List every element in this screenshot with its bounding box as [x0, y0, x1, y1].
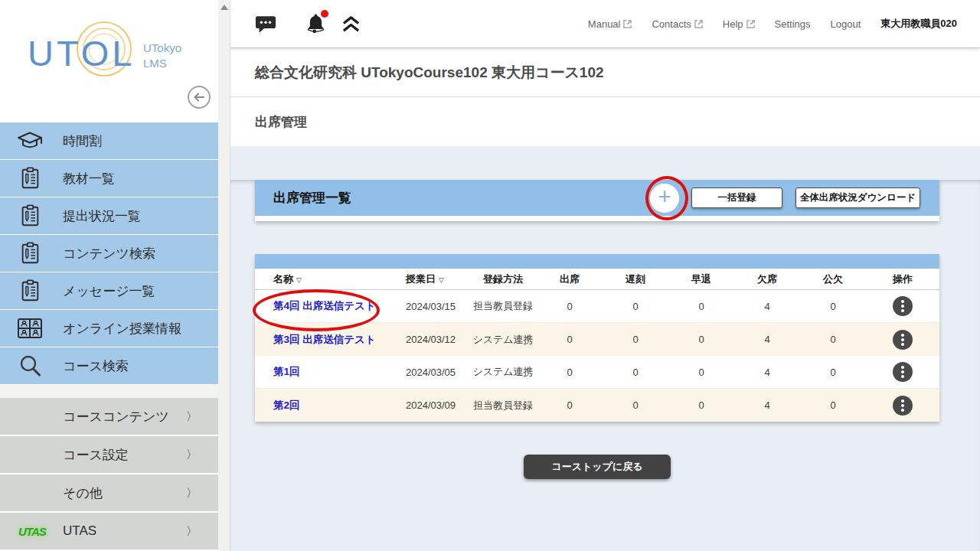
sidebar-section-course-settings[interactable]: コース設定 〉 [0, 436, 218, 473]
attendance-panel-titlebar: 出席管理一覧 + 一括登録 全体出席状況ダウンロード [255, 180, 939, 216]
panel-title: 出席管理一覧 [273, 189, 650, 207]
clipboard-icon [17, 167, 43, 190]
manual-link[interactable]: Manual [588, 18, 632, 30]
cell-present: 0 [537, 399, 603, 411]
page-title: 出席管理 [255, 113, 307, 131]
logo-area: UTOL UTokyo LMS [0, 0, 218, 122]
column-header-name[interactable]: 名称▽ [255, 272, 387, 286]
attendance-item-link[interactable]: 第1回 [273, 366, 300, 377]
sidebar-section-label: その他 [63, 484, 103, 502]
cell-early-leave: 0 [668, 301, 734, 312]
sort-icon[interactable]: ▽ [296, 276, 302, 284]
cell-date: 2024/03/05 [387, 367, 469, 378]
clipboard-icon [17, 279, 43, 302]
utas-logo-icon: UTAS [18, 525, 46, 538]
cell-date: 2024/03/15 [387, 301, 469, 312]
course-title: 総合文化研究科 UTokyoCourse102 東大用コース102 [255, 63, 604, 83]
attendance-item-link[interactable]: 第2回 [273, 399, 300, 411]
external-link-icon [694, 20, 703, 28]
cell-late: 0 [603, 367, 668, 378]
cell-late: 0 [603, 399, 668, 411]
sidebar-item-submission-status[interactable]: 提出状況一覧 [0, 197, 218, 234]
cell-absent: 4 [734, 334, 800, 345]
bulk-register-button[interactable]: 一括登録 [691, 187, 782, 208]
chevron-right-icon: 〉 [186, 524, 198, 539]
cell-absent: 4 [734, 367, 800, 378]
cell-date: 2024/03/09 [387, 399, 469, 411]
cell-present: 0 [537, 301, 603, 312]
row-actions-kebab-button[interactable] [893, 330, 913, 350]
column-header-method: 登録方法 [469, 272, 537, 286]
external-link-icon [746, 20, 755, 28]
sidebar-section-course-contents[interactable]: コースコンテンツ 〉 [0, 398, 218, 435]
search-icon [17, 354, 43, 377]
cell-excused: 0 [800, 301, 866, 312]
download-attendance-button[interactable]: 全体出席状況ダウンロード [795, 187, 920, 208]
cell-absent: 4 [734, 399, 800, 411]
row-actions-kebab-button[interactable] [893, 396, 913, 416]
sidebar-item-content-search[interactable]: コンテンツ検索 [0, 235, 218, 272]
help-link[interactable]: Help [723, 18, 755, 30]
cell-absent: 4 [734, 301, 800, 312]
attendance-item-link[interactable]: 第3回 出席送信テスト [273, 334, 376, 345]
course-header: 総合文化研究科 UTokyoCourse102 東大用コース102 [230, 48, 980, 97]
sidebar-section-utas[interactable]: UTAS UTAS 〉 [0, 513, 218, 549]
cell-present: 0 [537, 334, 603, 345]
cell-method: システム連携 [469, 365, 537, 379]
chevron-right-icon: 〉 [186, 486, 198, 500]
cell-excused: 0 [800, 334, 866, 345]
sidebar-section-label: UTAS [63, 523, 96, 539]
logout-link[interactable]: Logout [831, 18, 861, 30]
topbar: Manual Contacts Help Settings Logout 東大用… [230, 0, 980, 48]
sidebar-item-label: メッセージ一覧 [63, 282, 155, 300]
settings-link[interactable]: Settings [775, 18, 811, 30]
page-subtitle-band: 出席管理 [230, 97, 980, 146]
topbar-links: Manual Contacts Help Settings Logout 東大用… [588, 17, 980, 31]
attendance-item-link[interactable]: 第4回 出席送信テスト [273, 300, 376, 311]
sidebar-collapse-button[interactable] [188, 86, 211, 109]
notifications-button[interactable] [305, 13, 326, 35]
column-header-late: 遅刻 [603, 272, 668, 286]
back-button-row: コーストップに戻る [255, 422, 939, 479]
sidebar-scrollbar[interactable] [218, 0, 230, 551]
chat-button[interactable] [255, 15, 276, 34]
table-row: 第3回 出席送信テスト 2024/03/12 システム連携 0 0 0 4 0 [255, 323, 939, 356]
cell-early-leave: 0 [668, 367, 734, 378]
cell-late: 0 [603, 301, 668, 312]
notification-badge-dot [321, 10, 328, 18]
main-area: Manual Contacts Help Settings Logout 東大用… [230, 0, 980, 551]
column-header-date[interactable]: 授業日▽ [387, 272, 469, 286]
content-area: 出席管理一覧 + 一括登録 全体出席状況ダウンロード 名称▽ [230, 180, 980, 551]
table-row: 第4回 出席送信テスト 2024/03/15 担当教員登録 0 0 0 4 0 [255, 290, 939, 323]
panel-white-strip [255, 216, 939, 221]
contacts-link[interactable]: Contacts [652, 18, 702, 30]
sidebar-item-materials[interactable]: 教材一覧 [0, 160, 218, 197]
row-actions-kebab-button[interactable] [893, 362, 913, 382]
collapse-topbar-button[interactable] [341, 15, 361, 33]
sidebar-item-online-class-info[interactable]: オンライン授業情報 [0, 310, 218, 347]
sidebar-section-label: コースコンテンツ [63, 408, 169, 425]
sidebar-item-timetable[interactable]: 時間割 [0, 122, 218, 159]
sidebar: UTOL UTokyo LMS 時間割 教材一覧 提出状況一覧 コンテン [0, 0, 218, 551]
sidebar-section-gap [0, 385, 218, 398]
chat-icon [255, 15, 276, 34]
table-header-row: 名称▽ 授業日▽ 登録方法 出席 遅刻 早退 欠席 公欠 操作 [255, 269, 939, 290]
row-actions-kebab-button[interactable] [893, 296, 913, 316]
sort-icon[interactable]: ▽ [439, 276, 444, 284]
sidebar-item-label: コンテンツ検索 [63, 245, 155, 262]
utol-logo: UTOL [28, 32, 136, 74]
chevron-right-icon: 〉 [186, 448, 198, 462]
sidebar-section-others[interactable]: その他 〉 [0, 474, 218, 511]
utol-logo-subtext: UTokyo LMS [143, 41, 181, 72]
sidebar-item-label: コース検索 [63, 357, 129, 375]
cell-early-leave: 0 [668, 399, 734, 411]
sidebar-item-label: 時間割 [63, 132, 102, 150]
arrow-left-icon [192, 90, 206, 104]
back-to-course-top-button[interactable]: コーストップに戻る [524, 455, 671, 479]
sidebar-item-course-search[interactable]: コース検索 [0, 347, 218, 384]
column-header-present: 出席 [537, 272, 603, 286]
sidebar-item-messages[interactable]: メッセージ一覧 [0, 272, 218, 309]
add-attendance-button[interactable]: + [650, 184, 679, 213]
cell-present: 0 [537, 367, 603, 378]
scroll-up-icon[interactable] [220, 5, 228, 10]
